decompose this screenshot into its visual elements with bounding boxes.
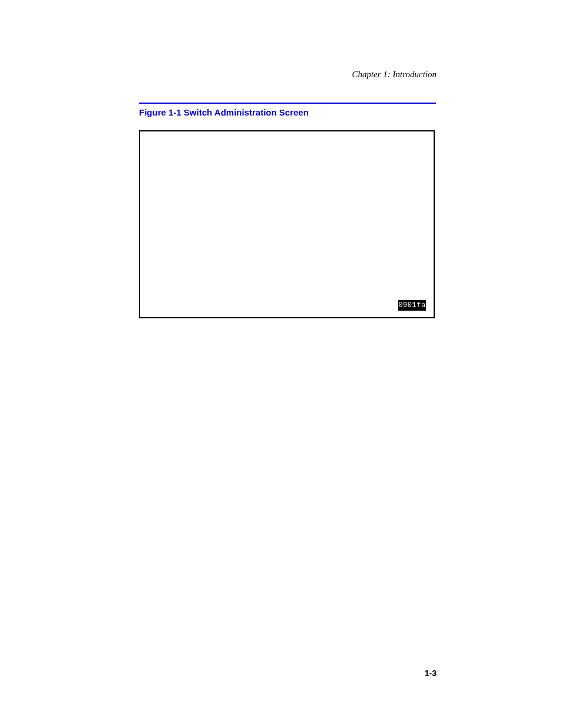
- screen-mockup: 0901fa: [139, 130, 435, 318]
- screen-id-tag: 0901fa: [398, 300, 426, 311]
- figure-caption-block: Figure 1-1 Switch Administration Screen: [139, 103, 436, 117]
- page-number: 1-3: [425, 668, 437, 678]
- figure-divider: [139, 103, 436, 104]
- figure-caption-text: Figure 1-1 Switch Administration Screen: [139, 107, 309, 117]
- running-title: Chapter 1: Introduction: [352, 70, 437, 80]
- page: Chapter 1: Introduction Figure 1-1 Switc…: [0, 0, 562, 728]
